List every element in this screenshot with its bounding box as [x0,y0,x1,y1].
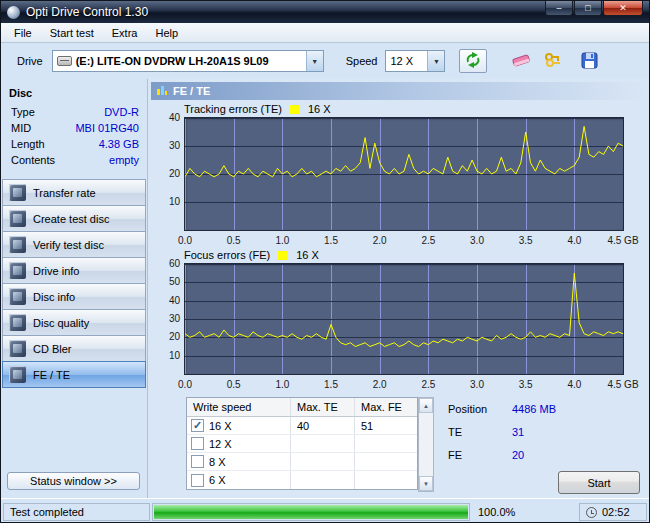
main-panel: FE / TE Tracking errors (TE) 16 X 102030… [148,79,650,498]
app-icon [7,6,20,19]
checkbox-6x[interactable] [191,474,204,487]
checkbox-12x[interactable] [191,437,204,450]
position-label: Position [448,403,512,415]
elapsed-time: 02:52 [602,506,630,518]
menu-extra[interactable]: Extra [103,24,147,42]
drive-value: (E:) LITE-ON DVDRW LH-20A1S 9L09 [72,55,273,67]
erase-disc-button[interactable] [509,50,533,72]
progress-percent: 100.0% [478,506,515,518]
window-title: Opti Drive Control 1.30 [26,5,148,19]
checkbox-8x[interactable] [191,455,204,468]
disc-info-contents: Contents empty [1,152,147,168]
te-chart [184,117,624,231]
table-row-8x[interactable]: 8 X [187,453,417,471]
eraser-icon [511,52,531,70]
titlebar: Opti Drive Control 1.30 – □ ✕ [1,1,649,23]
table-row-12x[interactable]: 12 X [187,435,417,453]
save-icon [581,52,598,71]
sidebar-item-disc-info[interactable]: Disc info [2,283,146,310]
progress-cell [152,503,470,521]
max-fe-cell [355,435,415,452]
clock-icon [586,507,597,518]
fe-label: FE [448,449,512,461]
start-button[interactable]: Start [558,471,640,494]
disc-info-mid: MID MBI 01RG40 [1,120,147,136]
max-fe-cell [355,453,415,470]
maximize-icon[interactable]: □ [574,1,602,16]
te-x-axis: 0.00.51.01.52.02.53.03.54.04.5 GB [185,235,625,247]
sidebar-item-label: Drive info [33,265,79,277]
sidebar-item-label: Disc info [33,291,75,303]
sidebar-item-cd-bler[interactable]: CD Bler [2,335,146,362]
menu-start-test[interactable]: Start test [41,24,103,42]
chevron-down-icon[interactable]: ▼ [306,51,323,71]
max-fe-cell [355,471,415,489]
info-label: MID [11,122,31,134]
legend-swatch-yellow [278,251,288,260]
close-icon[interactable]: ✕ [603,1,643,16]
info-label: Length [11,138,45,150]
sidebar-item-label: Disc quality [33,317,89,329]
sidebar-item-transfer-rate[interactable]: Transfer rate [2,179,146,206]
checkbox-16x[interactable]: ✓ [191,419,204,432]
speed-label: 12 X [209,438,232,450]
table-row-16x[interactable]: ✓ 16 X 40 51 [187,417,417,435]
table-scrollbar[interactable]: ▲ ▼ [418,397,434,492]
drive-info-icon [9,262,26,279]
status-text-cell: Test completed [3,503,150,521]
sidebar-item-verify-test-disc[interactable]: Verify test disc [2,231,146,258]
te-label: TE [448,426,512,438]
table-row-6x[interactable]: 6 X [187,471,417,489]
keys-icon [544,52,562,70]
fe-y-axis: 102030405060 [152,263,180,375]
scroll-down-icon[interactable]: ▼ [419,476,433,491]
col-max-fe: Max. FE [355,398,415,416]
speed-label: 8 X [209,456,226,468]
progress-bar [154,505,468,519]
info-label: Type [11,106,35,118]
refresh-button[interactable] [459,49,487,73]
sidebar-item-create-test-disc[interactable]: Create test disc [2,205,146,232]
status-window-button[interactable]: Status window >> [7,472,140,490]
sidebar-item-label: CD Bler [33,343,72,355]
speed-select[interactable]: 12 X ▼ [385,50,445,72]
menu-file[interactable]: File [5,24,41,42]
sidebar-item-label: FE / TE [33,369,70,381]
max-te-cell [291,453,355,470]
scrollbar-track[interactable] [419,413,433,476]
sidebar-item-fe-te[interactable]: FE / TE [2,361,146,388]
fe-te-header-icon [156,84,168,98]
sidebar-item-disc-quality[interactable]: Disc quality [2,309,146,336]
speed-label: 6 X [209,474,226,486]
info-value: 4.38 GB [99,138,139,150]
info-value: DVD-R [104,106,139,118]
fe-row: FE 20 [448,445,644,464]
fe-value: 20 [512,449,524,461]
menu-help[interactable]: Help [146,24,187,42]
menubar: File Start test Extra Help [1,23,649,43]
disc-info-length: Length 4.38 GB [1,136,147,152]
app-window: Opti Drive Control 1.30 – □ ✕ File Start… [0,0,650,523]
elapsed-time-cell: 02:52 [579,503,647,521]
info-label: Contents [11,154,55,166]
speed-label: Speed [346,55,378,67]
info-value: MBI 01RG40 [75,122,139,134]
speed-label: 16 X [209,420,232,432]
drive-select[interactable]: (E:) LITE-ON DVDRW LH-20A1S 9L09 ▼ [52,50,324,72]
chevron-down-icon[interactable]: ▼ [427,51,444,71]
sidebar-item-drive-info[interactable]: Drive info [2,257,146,284]
sidebar-buttons: Transfer rate Create test disc Verify te… [1,179,147,388]
create-test-disc-icon [9,210,26,227]
sidebar-item-label: Verify test disc [33,239,104,251]
save-button[interactable] [577,50,601,72]
disc-quality-icon [9,314,26,331]
window-controls: – □ ✕ [545,1,643,16]
disc-info-icon [9,288,26,305]
settings-keys-button[interactable] [541,50,565,72]
max-te-cell: 40 [291,417,355,434]
col-write-speed: Write speed [187,398,291,416]
minimize-icon[interactable]: – [545,1,573,16]
fe-chart-title: Focus errors (FE) [184,249,270,261]
position-value: 4486 MB [512,403,556,415]
scroll-up-icon[interactable]: ▲ [419,398,433,413]
